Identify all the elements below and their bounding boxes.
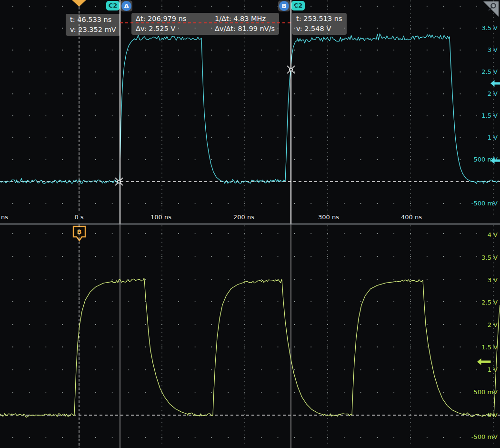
grid (12, 0, 494, 214)
channel-level-arrow-top-0[interactable] (490, 80, 500, 87)
channel-level-arrow-top-1[interactable] (490, 157, 500, 164)
scope-plot-top[interactable] (0, 0, 500, 224)
oscilloscope-app: C2 A B C2 t: 46.533 ns v: 23.352 mV Δt: … (0, 0, 500, 448)
grid (12, 225, 494, 444)
channel-level-arrow-bottom-0[interactable] (477, 358, 491, 365)
scope-plot-bottom[interactable] (0, 224, 500, 448)
waveform-trace (0, 278, 500, 417)
waveform-trace (0, 34, 499, 183)
